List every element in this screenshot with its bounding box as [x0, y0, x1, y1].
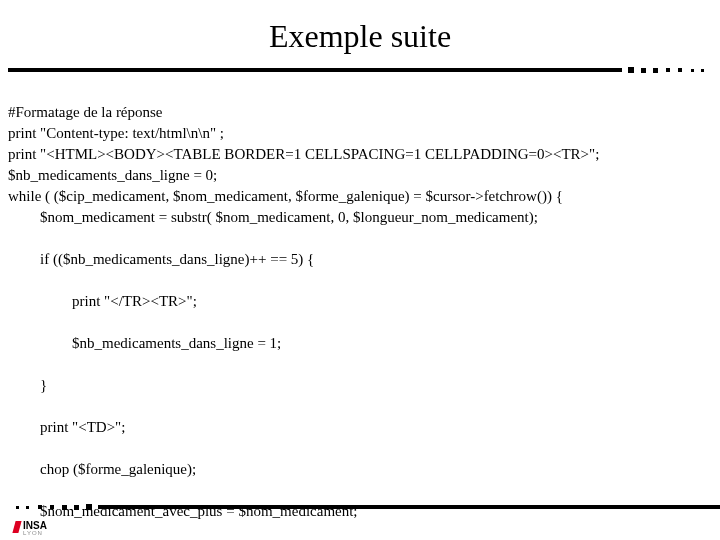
code-line: $nom_medicament = substr( $nom_medicamen…: [8, 207, 712, 228]
code-block: #Formatage de la réponse print "Content-…: [0, 75, 720, 540]
code-line: print "<TD>";: [8, 417, 712, 438]
code-line: #Formatage de la réponse: [8, 104, 163, 120]
code-line: }: [8, 375, 712, 396]
code-line: print "<HTML><BODY><TABLE BORDER=1 CELLS…: [8, 146, 599, 162]
slide-title: Exemple suite: [0, 0, 720, 65]
logo-subtext: LYON: [23, 530, 43, 536]
insa-logo: INSA LYON: [14, 518, 60, 536]
code-line: if (($nb_medicaments_dans_ligne)++ == 5)…: [8, 249, 712, 270]
code-line: print "Content-type: text/html\n\n" ;: [8, 125, 224, 141]
code-line: $nb_medicaments_dans_ligne = 0;: [8, 167, 217, 183]
code-line: $nb_medicaments_dans_ligne = 1;: [8, 333, 712, 354]
code-line: print "</TR><TR>";: [8, 291, 712, 312]
logo-mark-icon: [12, 521, 21, 533]
code-line: chop ($forme_galenique);: [8, 459, 712, 480]
slide: Exemple suite #Formatage de la réponse p…: [0, 0, 720, 540]
bottom-divider: [8, 502, 720, 512]
top-divider: [0, 65, 720, 75]
code-line: while ( ($cip_medicament, $nom_medicamen…: [8, 188, 563, 204]
